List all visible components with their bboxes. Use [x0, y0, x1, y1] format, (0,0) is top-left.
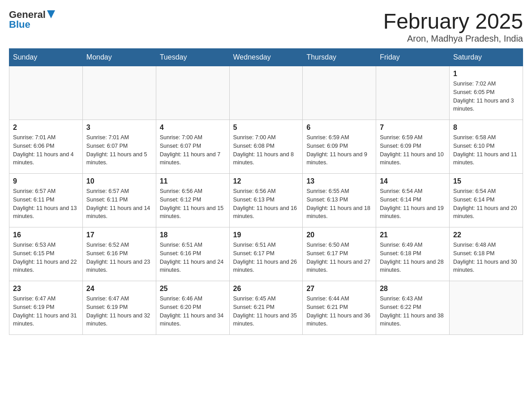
column-header-tuesday: Tuesday	[156, 49, 229, 66]
day-cell	[376, 66, 450, 120]
day-info: Sunrise: 6:56 AMSunset: 6:13 PMDaylight:…	[233, 187, 299, 221]
day-number: 6	[306, 124, 372, 132]
day-number: 23	[13, 285, 79, 293]
page-title: February 2025	[383, 9, 523, 34]
day-info: Sunrise: 6:47 AMSunset: 6:19 PMDaylight:…	[13, 295, 79, 328]
week-row-4: 23Sunrise: 6:47 AMSunset: 6:19 PMDayligh…	[9, 281, 523, 335]
day-info: Sunrise: 6:44 AMSunset: 6:21 PMDaylight:…	[306, 295, 372, 328]
day-number: 11	[160, 177, 226, 185]
day-info: Sunrise: 6:52 AMSunset: 6:16 PMDaylight:…	[86, 241, 152, 274]
day-info: Sunrise: 6:55 AMSunset: 6:13 PMDaylight:…	[306, 187, 372, 221]
day-info: Sunrise: 6:53 AMSunset: 6:15 PMDaylight:…	[13, 241, 79, 274]
day-cell	[450, 281, 523, 335]
day-info: Sunrise: 6:58 AMSunset: 6:10 PMDaylight:…	[453, 133, 519, 167]
day-info: Sunrise: 7:01 AMSunset: 6:07 PMDaylight:…	[86, 133, 152, 167]
day-number: 10	[86, 177, 152, 185]
day-cell: 1Sunrise: 7:02 AMSunset: 6:05 PMDaylight…	[450, 66, 523, 120]
week-row-1: 2Sunrise: 7:01 AMSunset: 6:06 PMDaylight…	[9, 120, 523, 174]
day-info: Sunrise: 6:54 AMSunset: 6:14 PMDaylight:…	[453, 187, 519, 221]
day-info: Sunrise: 6:45 AMSunset: 6:21 PMDaylight:…	[233, 295, 299, 328]
day-cell: 9Sunrise: 6:57 AMSunset: 6:11 PMDaylight…	[9, 174, 83, 227]
day-info: Sunrise: 6:47 AMSunset: 6:19 PMDaylight:…	[86, 295, 152, 328]
day-number: 22	[453, 231, 519, 239]
day-cell: 3Sunrise: 7:01 AMSunset: 6:07 PMDaylight…	[82, 120, 156, 174]
day-cell: 2Sunrise: 7:01 AMSunset: 6:06 PMDaylight…	[9, 120, 83, 174]
logo-blue-text: Blue	[9, 19, 30, 30]
svg-marker-0	[47, 10, 55, 18]
day-info: Sunrise: 6:59 AMSunset: 6:09 PMDaylight:…	[380, 133, 446, 167]
day-number: 5	[233, 124, 299, 132]
column-header-sunday: Sunday	[9, 49, 83, 66]
day-cell	[229, 66, 303, 120]
day-number: 14	[380, 177, 446, 185]
day-info: Sunrise: 6:43 AMSunset: 6:22 PMDaylight:…	[380, 295, 446, 328]
day-cell: 12Sunrise: 6:56 AMSunset: 6:13 PMDayligh…	[229, 174, 303, 227]
day-number: 24	[86, 285, 152, 293]
day-number: 2	[13, 124, 79, 132]
column-header-monday: Monday	[82, 49, 156, 66]
day-info: Sunrise: 7:02 AMSunset: 6:05 PMDaylight:…	[453, 80, 519, 113]
day-cell: 22Sunrise: 6:48 AMSunset: 6:18 PMDayligh…	[450, 227, 523, 281]
logo: General Blue	[9, 9, 55, 30]
day-cell: 17Sunrise: 6:52 AMSunset: 6:16 PMDayligh…	[82, 227, 156, 281]
day-cell: 28Sunrise: 6:43 AMSunset: 6:22 PMDayligh…	[376, 281, 450, 335]
column-header-wednesday: Wednesday	[229, 49, 303, 66]
day-info: Sunrise: 6:48 AMSunset: 6:18 PMDaylight:…	[453, 241, 519, 274]
day-number: 7	[380, 124, 446, 132]
day-cell	[303, 66, 376, 120]
day-info: Sunrise: 6:56 AMSunset: 6:12 PMDaylight:…	[160, 187, 226, 221]
day-info: Sunrise: 6:46 AMSunset: 6:20 PMDaylight:…	[160, 295, 226, 328]
calendar-header-row: SundayMondayTuesdayWednesdayThursdayFrid…	[9, 49, 523, 66]
day-cell: 27Sunrise: 6:44 AMSunset: 6:21 PMDayligh…	[303, 281, 376, 335]
day-cell: 5Sunrise: 7:00 AMSunset: 6:08 PMDaylight…	[229, 120, 303, 174]
day-number: 25	[160, 285, 226, 293]
day-number: 3	[86, 124, 152, 132]
column-header-saturday: Saturday	[450, 49, 523, 66]
logo-triangle-icon	[47, 10, 55, 18]
day-number: 27	[306, 285, 372, 293]
day-number: 26	[233, 285, 299, 293]
day-cell: 24Sunrise: 6:47 AMSunset: 6:19 PMDayligh…	[82, 281, 156, 335]
day-cell: 6Sunrise: 6:59 AMSunset: 6:09 PMDaylight…	[303, 120, 376, 174]
day-cell: 10Sunrise: 6:57 AMSunset: 6:11 PMDayligh…	[82, 174, 156, 227]
day-number: 4	[160, 124, 226, 132]
day-cell: 14Sunrise: 6:54 AMSunset: 6:14 PMDayligh…	[376, 174, 450, 227]
title-section: February 2025 Aron, Madhya Pradesh, Indi…	[383, 9, 523, 44]
day-cell: 23Sunrise: 6:47 AMSunset: 6:19 PMDayligh…	[9, 281, 83, 335]
day-info: Sunrise: 7:00 AMSunset: 6:07 PMDaylight:…	[160, 133, 226, 167]
day-info: Sunrise: 7:00 AMSunset: 6:08 PMDaylight:…	[233, 133, 299, 167]
day-cell: 11Sunrise: 6:56 AMSunset: 6:12 PMDayligh…	[156, 174, 229, 227]
column-header-thursday: Thursday	[303, 49, 376, 66]
day-info: Sunrise: 6:59 AMSunset: 6:09 PMDaylight:…	[306, 133, 372, 167]
day-info: Sunrise: 6:57 AMSunset: 6:11 PMDaylight:…	[86, 187, 152, 221]
day-number: 8	[453, 124, 519, 132]
day-cell	[9, 66, 83, 120]
day-cell: 20Sunrise: 6:50 AMSunset: 6:17 PMDayligh…	[303, 227, 376, 281]
day-cell: 26Sunrise: 6:45 AMSunset: 6:21 PMDayligh…	[229, 281, 303, 335]
day-info: Sunrise: 6:50 AMSunset: 6:17 PMDaylight:…	[306, 241, 372, 274]
day-number: 28	[380, 285, 446, 293]
day-cell	[82, 66, 156, 120]
day-number: 9	[13, 177, 79, 185]
day-number: 1	[453, 70, 519, 78]
day-number: 17	[86, 231, 152, 239]
day-number: 20	[306, 231, 372, 239]
day-number: 16	[13, 231, 79, 239]
day-info: Sunrise: 6:51 AMSunset: 6:17 PMDaylight:…	[233, 241, 299, 274]
day-info: Sunrise: 6:57 AMSunset: 6:11 PMDaylight:…	[13, 187, 79, 221]
day-cell: 4Sunrise: 7:00 AMSunset: 6:07 PMDaylight…	[156, 120, 229, 174]
day-number: 18	[160, 231, 226, 239]
day-cell	[156, 66, 229, 120]
day-info: Sunrise: 6:49 AMSunset: 6:18 PMDaylight:…	[380, 241, 446, 274]
day-cell: 8Sunrise: 6:58 AMSunset: 6:10 PMDaylight…	[450, 120, 523, 174]
day-cell: 25Sunrise: 6:46 AMSunset: 6:20 PMDayligh…	[156, 281, 229, 335]
day-cell: 7Sunrise: 6:59 AMSunset: 6:09 PMDaylight…	[376, 120, 450, 174]
day-cell: 18Sunrise: 6:51 AMSunset: 6:16 PMDayligh…	[156, 227, 229, 281]
day-cell: 13Sunrise: 6:55 AMSunset: 6:13 PMDayligh…	[303, 174, 376, 227]
day-number: 21	[380, 231, 446, 239]
week-row-2: 9Sunrise: 6:57 AMSunset: 6:11 PMDaylight…	[9, 174, 523, 227]
day-cell: 19Sunrise: 6:51 AMSunset: 6:17 PMDayligh…	[229, 227, 303, 281]
day-info: Sunrise: 6:51 AMSunset: 6:16 PMDaylight:…	[160, 241, 226, 274]
day-cell: 15Sunrise: 6:54 AMSunset: 6:14 PMDayligh…	[450, 174, 523, 227]
calendar-table: SundayMondayTuesdayWednesdayThursdayFrid…	[9, 48, 523, 335]
